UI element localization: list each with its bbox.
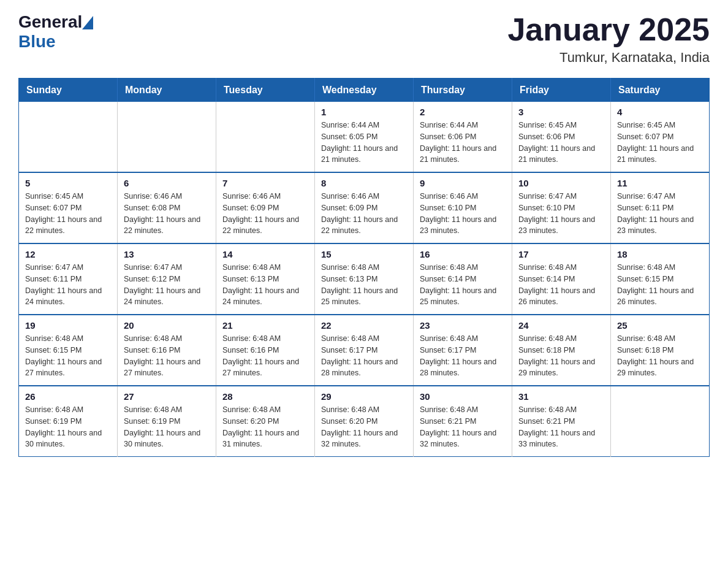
day-info: Sunrise: 6:48 AMSunset: 6:20 PMDaylight:… (321, 404, 407, 450)
calendar-subtitle: Tumkur, Karnataka, India (507, 50, 710, 66)
day-info: Sunrise: 6:48 AMSunset: 6:13 PMDaylight:… (222, 262, 308, 308)
calendar-week-row: 1Sunrise: 6:44 AMSunset: 6:05 PMDaylight… (19, 102, 710, 172)
logo-general: General (18, 12, 82, 32)
day-number: 2 (420, 107, 506, 117)
day-number: 21 (222, 320, 308, 331)
day-info: Sunrise: 6:48 AMSunset: 6:19 PMDaylight:… (124, 404, 210, 450)
day-info: Sunrise: 6:48 AMSunset: 6:17 PMDaylight:… (420, 333, 506, 379)
calendar-cell: 19Sunrise: 6:48 AMSunset: 6:15 PMDayligh… (19, 315, 118, 386)
day-number: 22 (321, 320, 407, 331)
day-number: 25 (617, 320, 703, 331)
calendar-cell: 13Sunrise: 6:47 AMSunset: 6:12 PMDayligh… (118, 243, 216, 315)
calendar-cell: 23Sunrise: 6:48 AMSunset: 6:17 PMDayligh… (414, 315, 512, 386)
col-saturday: Saturday (611, 79, 710, 102)
calendar-cell (216, 102, 315, 172)
day-number: 1 (321, 107, 407, 117)
day-number: 9 (420, 178, 506, 188)
day-info: Sunrise: 6:48 AMSunset: 6:14 PMDaylight:… (518, 262, 604, 308)
calendar-cell (611, 386, 710, 457)
calendar-cell: 28Sunrise: 6:48 AMSunset: 6:20 PMDayligh… (216, 386, 315, 457)
calendar-cell: 27Sunrise: 6:48 AMSunset: 6:19 PMDayligh… (118, 386, 216, 457)
calendar-week-row: 26Sunrise: 6:48 AMSunset: 6:19 PMDayligh… (19, 386, 710, 457)
page-header: General Blue January 2025 Tumkur, Karnat… (18, 12, 710, 66)
day-info: Sunrise: 6:46 AMSunset: 6:08 PMDaylight:… (124, 191, 210, 237)
col-friday: Friday (512, 79, 611, 102)
day-info: Sunrise: 6:48 AMSunset: 6:16 PMDaylight:… (124, 333, 210, 379)
calendar-cell: 15Sunrise: 6:48 AMSunset: 6:13 PMDayligh… (315, 243, 414, 315)
day-number: 12 (25, 249, 111, 259)
day-info: Sunrise: 6:48 AMSunset: 6:21 PMDaylight:… (420, 404, 506, 450)
day-info: Sunrise: 6:44 AMSunset: 6:05 PMDaylight:… (321, 120, 407, 166)
day-number: 11 (617, 178, 703, 188)
calendar-cell: 1Sunrise: 6:44 AMSunset: 6:05 PMDaylight… (315, 102, 414, 172)
day-number: 13 (124, 249, 210, 259)
calendar-cell: 7Sunrise: 6:46 AMSunset: 6:09 PMDaylight… (216, 172, 315, 243)
col-monday: Monday (118, 79, 216, 102)
day-number: 6 (124, 178, 210, 188)
day-number: 3 (518, 107, 604, 117)
calendar-cell: 24Sunrise: 6:48 AMSunset: 6:18 PMDayligh… (512, 315, 611, 386)
day-number: 28 (222, 391, 308, 402)
day-number: 8 (321, 178, 407, 188)
day-info: Sunrise: 6:48 AMSunset: 6:17 PMDaylight:… (321, 333, 407, 379)
logo-triangle-icon (82, 16, 93, 29)
calendar-cell (19, 102, 118, 172)
calendar-cell: 6Sunrise: 6:46 AMSunset: 6:08 PMDaylight… (118, 172, 216, 243)
day-number: 31 (518, 391, 604, 402)
day-number: 4 (617, 107, 703, 117)
day-info: Sunrise: 6:48 AMSunset: 6:18 PMDaylight:… (617, 333, 703, 379)
calendar-title: January 2025 (507, 12, 710, 47)
calendar-cell: 31Sunrise: 6:48 AMSunset: 6:21 PMDayligh… (512, 386, 611, 457)
day-info: Sunrise: 6:48 AMSunset: 6:14 PMDaylight:… (420, 262, 506, 308)
day-number: 23 (420, 320, 506, 331)
calendar-cell: 14Sunrise: 6:48 AMSunset: 6:13 PMDayligh… (216, 243, 315, 315)
calendar-cell: 16Sunrise: 6:48 AMSunset: 6:14 PMDayligh… (414, 243, 512, 315)
day-info: Sunrise: 6:48 AMSunset: 6:18 PMDaylight:… (518, 333, 604, 379)
day-info: Sunrise: 6:48 AMSunset: 6:16 PMDaylight:… (222, 333, 308, 379)
day-number: 18 (617, 249, 703, 259)
calendar-week-row: 19Sunrise: 6:48 AMSunset: 6:15 PMDayligh… (19, 315, 710, 386)
calendar-week-row: 12Sunrise: 6:47 AMSunset: 6:11 PMDayligh… (19, 243, 710, 315)
calendar-cell: 5Sunrise: 6:45 AMSunset: 6:07 PMDaylight… (19, 172, 118, 243)
calendar-cell: 21Sunrise: 6:48 AMSunset: 6:16 PMDayligh… (216, 315, 315, 386)
col-wednesday: Wednesday (315, 79, 414, 102)
calendar-cell: 17Sunrise: 6:48 AMSunset: 6:14 PMDayligh… (512, 243, 611, 315)
day-number: 20 (124, 320, 210, 331)
day-info: Sunrise: 6:48 AMSunset: 6:21 PMDaylight:… (518, 404, 604, 450)
calendar-week-row: 5Sunrise: 6:45 AMSunset: 6:07 PMDaylight… (19, 172, 710, 243)
col-thursday: Thursday (414, 79, 512, 102)
day-info: Sunrise: 6:47 AMSunset: 6:12 PMDaylight:… (124, 262, 210, 308)
day-info: Sunrise: 6:46 AMSunset: 6:09 PMDaylight:… (321, 191, 407, 237)
calendar-cell: 3Sunrise: 6:45 AMSunset: 6:06 PMDaylight… (512, 102, 611, 172)
day-number: 30 (420, 391, 506, 402)
logo-blue: Blue (18, 32, 56, 51)
calendar-cell: 12Sunrise: 6:47 AMSunset: 6:11 PMDayligh… (19, 243, 118, 315)
col-tuesday: Tuesday (216, 79, 315, 102)
calendar-cell: 11Sunrise: 6:47 AMSunset: 6:11 PMDayligh… (611, 172, 710, 243)
day-info: Sunrise: 6:47 AMSunset: 6:11 PMDaylight:… (617, 191, 703, 237)
calendar-cell: 30Sunrise: 6:48 AMSunset: 6:21 PMDayligh… (414, 386, 512, 457)
calendar-cell: 22Sunrise: 6:48 AMSunset: 6:17 PMDayligh… (315, 315, 414, 386)
day-info: Sunrise: 6:45 AMSunset: 6:07 PMDaylight:… (617, 120, 703, 166)
calendar-header-row: Sunday Monday Tuesday Wednesday Thursday… (19, 79, 710, 102)
calendar-cell: 4Sunrise: 6:45 AMSunset: 6:07 PMDaylight… (611, 102, 710, 172)
day-number: 24 (518, 320, 604, 331)
calendar-cell (118, 102, 216, 172)
calendar-cell: 26Sunrise: 6:48 AMSunset: 6:19 PMDayligh… (19, 386, 118, 457)
day-info: Sunrise: 6:48 AMSunset: 6:20 PMDaylight:… (222, 404, 308, 450)
day-number: 17 (518, 249, 604, 259)
day-number: 29 (321, 391, 407, 402)
day-info: Sunrise: 6:48 AMSunset: 6:19 PMDaylight:… (25, 404, 111, 450)
day-number: 5 (25, 178, 111, 188)
day-info: Sunrise: 6:45 AMSunset: 6:07 PMDaylight:… (25, 191, 111, 237)
col-sunday: Sunday (19, 79, 118, 102)
calendar-table: Sunday Monday Tuesday Wednesday Thursday… (18, 78, 710, 457)
day-number: 10 (518, 178, 604, 188)
calendar-cell: 29Sunrise: 6:48 AMSunset: 6:20 PMDayligh… (315, 386, 414, 457)
day-number: 14 (222, 249, 308, 259)
day-number: 19 (25, 320, 111, 331)
day-info: Sunrise: 6:45 AMSunset: 6:06 PMDaylight:… (518, 120, 604, 166)
calendar-cell: 9Sunrise: 6:46 AMSunset: 6:10 PMDaylight… (414, 172, 512, 243)
calendar-cell: 8Sunrise: 6:46 AMSunset: 6:09 PMDaylight… (315, 172, 414, 243)
day-number: 7 (222, 178, 308, 188)
